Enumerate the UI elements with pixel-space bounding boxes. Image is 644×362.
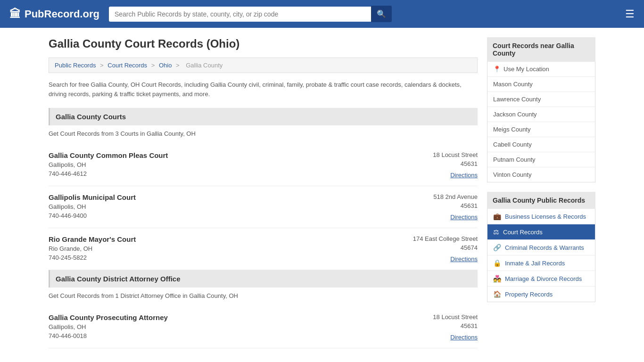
da-section-desc: Get Court Records from 1 District Attorn… <box>49 292 478 299</box>
record-type-icon: 💼 <box>493 213 501 220</box>
record-type-icon: ⚖ <box>493 228 499 236</box>
nearby-county-item[interactable]: Mason County <box>487 77 595 92</box>
court-info: Rio Grande Mayor's Court Rio Grande, OH … <box>49 235 383 263</box>
record-type-label: Court Records <box>503 229 543 236</box>
court-address: 18 Locust Street 45631 Directions <box>383 151 478 179</box>
record-type-icon: 🏠 <box>493 290 501 298</box>
main-container: Gallia County Court Records (Ohio) Publi… <box>39 28 605 358</box>
breadcrumb-public-records[interactable]: Public Records <box>55 62 96 69</box>
page-title: Gallia County Court Records (Ohio) <box>49 37 478 50</box>
logo-text: PubRecord.org <box>25 8 99 20</box>
court-address: 518 2nd Avenue 45631 Directions <box>383 193 478 221</box>
nearby-list: 📍 Use My Location Mason CountyLawrence C… <box>487 62 595 182</box>
courts-list: Gallia County Common Pleas Court Gallipo… <box>49 144 478 270</box>
record-type-item[interactable]: 🏠Property Records <box>487 287 595 302</box>
record-type-item[interactable]: 💑Marriage & Divorce Records <box>487 271 595 287</box>
court-zip: 45631 <box>383 202 478 209</box>
public-records-section-title: Gallia County Public Records <box>487 192 595 209</box>
court-city: Gallipolis, OH <box>49 323 383 330</box>
court-phone: 740-446-9400 <box>49 212 383 219</box>
court-info: Gallia County Common Pleas Court Gallipo… <box>49 151 383 179</box>
record-types: 💼Business Licenses & Records⚖Court Recor… <box>487 209 595 302</box>
court-phone: 740-446-4612 <box>49 170 383 177</box>
search-input[interactable] <box>109 7 371 22</box>
page-description: Search for free Gallia County, OH Court … <box>49 80 478 99</box>
court-entry: Gallipolis Municipal Court Gallipolis, O… <box>49 186 478 228</box>
record-type-item[interactable]: 🔗Criminal Records & Warrants <box>487 240 595 255</box>
record-type-label: Business Licenses & Records <box>505 213 586 220</box>
search-button[interactable]: 🔍 <box>371 6 392 22</box>
record-type-item[interactable]: ⚖Court Records <box>487 224 595 240</box>
directions-link[interactable]: Directions <box>450 334 478 341</box>
record-type-label: Criminal Records & Warrants <box>505 244 584 251</box>
search-area: 🔍 <box>109 6 392 22</box>
breadcrumb-sep2: > <box>151 62 155 69</box>
court-city: Gallipolis, OH <box>49 203 383 210</box>
court-city: Gallipolis, OH <box>49 161 383 168</box>
site-header: 🏛 PubRecord.org 🔍 ☰ <box>0 0 644 28</box>
content-area: Gallia County Court Records (Ohio) Publi… <box>49 37 478 348</box>
record-type-icon: 🔗 <box>493 244 501 251</box>
breadcrumb-current: Gallia County <box>186 62 223 69</box>
courts-section-header: Gallia County Courts <box>49 108 478 125</box>
court-info: Gallia County Prosecuting Attorney Galli… <box>49 313 383 341</box>
nearby-county-item[interactable]: Jackson County <box>487 107 595 122</box>
record-types-list: 💼Business Licenses & Records⚖Court Recor… <box>487 209 595 302</box>
location-icon: 📍 <box>493 66 501 73</box>
court-entry: Gallia County Common Pleas Court Gallipo… <box>49 144 478 186</box>
court-info: Gallipolis Municipal Court Gallipolis, O… <box>49 193 383 221</box>
record-type-item[interactable]: 💼Business Licenses & Records <box>487 209 595 224</box>
nearby-section-title: Court Records near Gallia County <box>487 37 595 62</box>
logo-icon: 🏛 <box>9 8 21 21</box>
court-phone: 740-446-0018 <box>49 332 383 339</box>
court-zip: 45631 <box>383 322 478 329</box>
logo[interactable]: 🏛 PubRecord.org <box>9 8 99 21</box>
hamburger-icon: ☰ <box>625 8 635 20</box>
menu-button[interactable]: ☰ <box>625 8 635 20</box>
court-street: 18 Locust Street <box>383 313 478 321</box>
court-entry: Rio Grande Mayor's Court Rio Grande, OH … <box>49 228 478 270</box>
directions-link[interactable]: Directions <box>450 255 478 263</box>
da-list: Gallia County Prosecuting Attorney Galli… <box>49 306 478 348</box>
breadcrumb-sep3: > <box>176 62 180 69</box>
courts-section-desc: Get Court Records from 3 Courts in Galli… <box>49 130 478 137</box>
court-city: Rio Grande, OH <box>49 245 383 252</box>
court-name: Gallia County Common Pleas Court <box>49 151 383 159</box>
record-type-item[interactable]: 🔒Inmate & Jail Records <box>487 255 595 271</box>
court-entry: Gallia County Prosecuting Attorney Galli… <box>49 306 478 348</box>
nearby-county-item[interactable]: Vinton County <box>487 167 595 182</box>
court-address: 174 East College Street 45674 Directions <box>383 235 478 263</box>
record-type-label: Marriage & Divorce Records <box>505 275 582 282</box>
nearby-county-item[interactable]: Cabell County <box>487 137 595 152</box>
court-street: 18 Locust Street <box>383 151 478 158</box>
use-location-item[interactable]: 📍 Use My Location <box>487 62 595 77</box>
court-zip: 45674 <box>383 244 478 251</box>
nearby-county-item[interactable]: Meigs County <box>487 122 595 137</box>
da-section-header: Gallia County District Attorney Office <box>49 270 478 288</box>
nearby-county-item[interactable]: Putnam County <box>487 152 595 167</box>
court-street: 518 2nd Avenue <box>383 193 478 200</box>
court-zip: 45631 <box>383 160 478 167</box>
sidebar: Court Records near Gallia County 📍 Use M… <box>487 37 595 348</box>
court-name: Rio Grande Mayor's Court <box>49 235 383 243</box>
record-type-icon: 💑 <box>493 275 501 282</box>
court-phone: 740-245-5822 <box>49 254 383 261</box>
breadcrumb: Public Records > Court Records > Ohio > … <box>49 58 478 73</box>
nearby-county-item[interactable]: Lawrence County <box>487 92 595 107</box>
breadcrumb-court-records[interactable]: Court Records <box>107 62 147 69</box>
nearby-counties: Mason CountyLawrence CountyJackson Count… <box>487 77 595 182</box>
record-type-icon: 🔒 <box>493 259 501 267</box>
court-street: 174 East College Street <box>383 235 478 242</box>
court-name: Gallipolis Municipal Court <box>49 193 383 201</box>
use-location-label: Use My Location <box>504 66 549 73</box>
record-type-label: Property Records <box>505 291 553 298</box>
record-type-label: Inmate & Jail Records <box>505 260 565 267</box>
directions-link[interactable]: Directions <box>450 214 478 221</box>
search-icon: 🔍 <box>377 10 386 18</box>
court-name: Gallia County Prosecuting Attorney <box>49 313 383 321</box>
breadcrumb-sep1: > <box>100 62 104 69</box>
court-address: 18 Locust Street 45631 Directions <box>383 313 478 341</box>
breadcrumb-ohio[interactable]: Ohio <box>159 62 172 69</box>
directions-link[interactable]: Directions <box>450 172 478 179</box>
